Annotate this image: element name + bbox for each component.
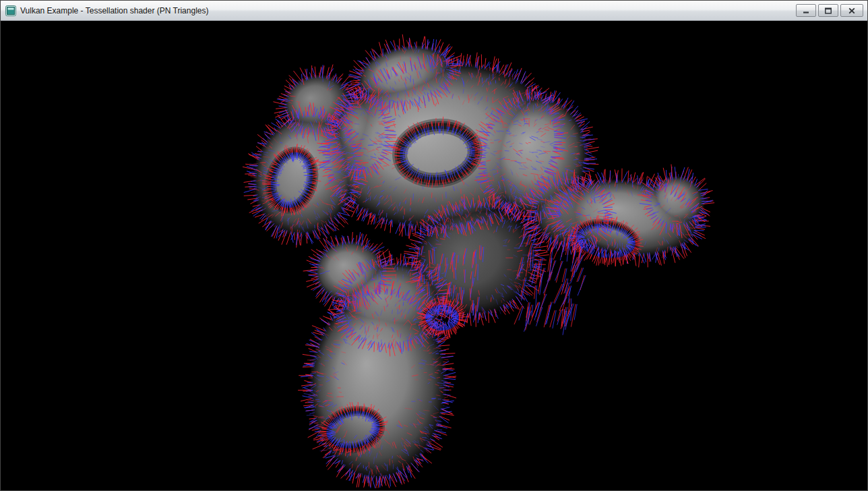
maximize-icon (824, 7, 832, 14)
window-controls (796, 4, 863, 17)
maximize-button[interactable] (818, 4, 838, 17)
minimize-button[interactable] (796, 4, 816, 17)
window-title: Vulkan Example - Tessellation shader (PN… (20, 6, 208, 16)
titlebar[interactable]: Vulkan Example - Tessellation shader (PN… (1, 1, 867, 21)
render-canvas[interactable] (1, 21, 867, 490)
render-viewport (1, 21, 867, 490)
app-icon[interactable] (5, 5, 16, 16)
close-icon (848, 7, 856, 14)
minimize-icon (802, 7, 810, 14)
close-button[interactable] (840, 4, 863, 17)
app-window: Vulkan Example - Tessellation shader (PN… (0, 0, 868, 491)
